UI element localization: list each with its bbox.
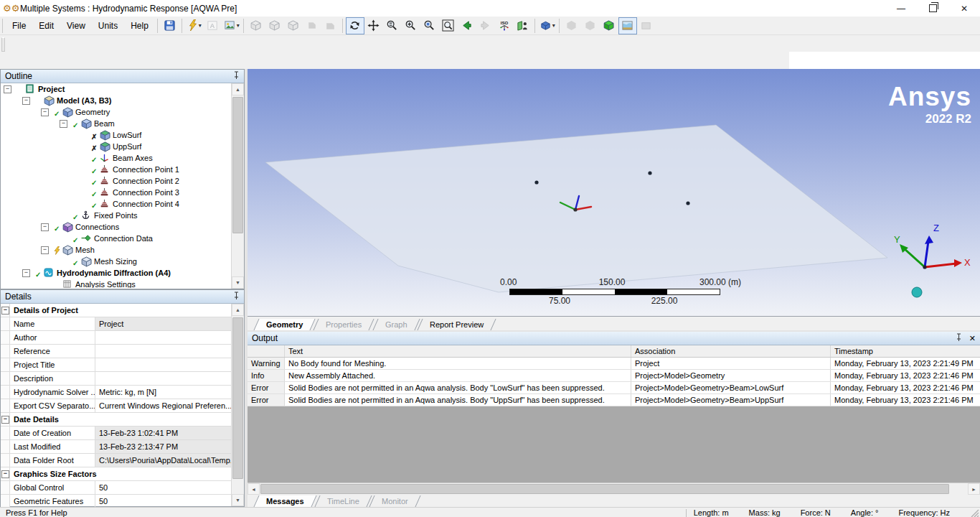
tree-item-beam-axes[interactable]: ✓Beam Axes [1, 152, 232, 164]
look-at-button[interactable] [514, 17, 532, 34]
tree-item-connections[interactable]: −✓Connections [1, 221, 232, 233]
resize-grip[interactable] [970, 508, 979, 517]
details-section-details-of-project[interactable]: −Details of Project [1, 304, 231, 317]
menu-view[interactable]: View [60, 18, 92, 34]
property-value[interactable]: 13-Feb-23 2:13:47 PM [95, 440, 231, 453]
tree-item-geometry[interactable]: −✓Geometry [1, 106, 232, 118]
zoom-fit-button[interactable] [420, 17, 439, 34]
menu-units[interactable]: Units [92, 18, 124, 34]
property-value[interactable] [95, 345, 231, 358]
tree-expand-box[interactable]: − [22, 97, 30, 105]
pin-icon[interactable] [233, 292, 240, 302]
property-value[interactable]: 50 [95, 495, 231, 508]
tree-item-lowsurf[interactable]: ✗LowSurf [1, 129, 232, 141]
image-capture-button[interactable]: ▾ [222, 17, 241, 34]
output-row[interactable]: ErrorSolid Bodies are not permitted in a… [248, 394, 980, 406]
property-value[interactable]: 13-Feb-23 1:02:41 PM [95, 427, 231, 439]
tree-item-hydrodynamic-diffraction-a4-[interactable]: −✓Hydrodynamic Diffraction (A4) [1, 267, 232, 279]
zoom-in-button[interactable] [402, 17, 420, 34]
save-button[interactable] [161, 17, 179, 34]
scroll-thumb[interactable] [232, 97, 243, 233]
viewports-button[interactable]: ▾ [538, 17, 557, 34]
property-value[interactable] [95, 358, 231, 371]
property-value[interactable] [95, 331, 231, 344]
tree-item-connection-data[interactable]: ✓Connection Data [1, 233, 232, 244]
pin-icon[interactable] [233, 71, 240, 81]
status-units: Length: mMass: kgForce: NAngle: °Frequen… [686, 508, 970, 517]
rotate-button[interactable] [346, 17, 364, 34]
property-value[interactable]: 50 [95, 481, 231, 494]
output-column-header[interactable]: Text [285, 345, 631, 357]
previous-view-button[interactable] [458, 17, 476, 34]
tree-item-project[interactable]: −Project [1, 83, 232, 95]
output-column-header[interactable] [248, 345, 285, 357]
menu-edit[interactable]: Edit [32, 18, 60, 34]
property-label: Project Title [10, 358, 95, 371]
tree-item-connection-point-4[interactable]: ✓Connection Point 4 [1, 198, 232, 210]
tree-expand-box[interactable]: − [60, 120, 67, 128]
details-section-date-details[interactable]: −Date Details [1, 413, 231, 427]
geometry-viewport[interactable]: Z Y X Ansys 2022 R2 0.00 150.00 300.00 (… [248, 69, 980, 316]
scroll-down-icon[interactable]: ▼ [232, 276, 244, 289]
dropdown-caret-icon[interactable]: ▾ [552, 22, 555, 29]
tree-item-model-a3-b3-[interactable]: −Model (A3, B3) [1, 95, 232, 106]
details-section-graphics-size-factors[interactable]: −Graphics Size Factors [1, 467, 231, 481]
dropdown-caret-icon[interactable]: ▾ [237, 22, 240, 29]
output-column-header[interactable]: Association [631, 345, 831, 357]
pin-icon[interactable] [956, 333, 962, 343]
scroll-left-icon[interactable]: ◄ [248, 483, 260, 495]
iso-view-button[interactable]: ISO [495, 17, 514, 34]
property-value[interactable]: Current Windows Regional Preferen... [95, 399, 231, 412]
scroll-thumb[interactable] [232, 317, 243, 479]
tree-item-mesh[interactable]: −Mesh [1, 244, 232, 256]
tree-item-mesh-sizing[interactable]: ✓Mesh Sizing [1, 256, 232, 267]
details-scrollbar[interactable]: ▲ ▼ [231, 304, 244, 506]
close-button[interactable]: ✕ [948, 1, 980, 17]
tree-item-uppsurf[interactable]: ✗UppSurf [1, 141, 232, 152]
output-hscrollbar[interactable]: ◄ ► [248, 483, 980, 495]
scroll-up-icon[interactable]: ▲ [232, 304, 244, 316]
generate-lightning-button[interactable]: ▾ [185, 17, 204, 34]
show-whole-elements-button[interactable] [600, 17, 618, 34]
tree-item-beam[interactable]: −✓Beam [1, 118, 232, 129]
section-collapse-box[interactable]: − [1, 307, 9, 315]
tree-expand-box[interactable]: − [41, 223, 49, 231]
scroll-right-icon[interactable]: ► [968, 483, 980, 495]
tab-messages[interactable]: Messages [253, 495, 316, 507]
tree-item-connection-point-1[interactable]: ✓Connection Point 1 [1, 164, 232, 175]
box-zoom-button[interactable] [439, 17, 458, 34]
output-row[interactable]: InfoNew Assembly Attached.Project>Model>… [248, 370, 980, 382]
tab-report-preview[interactable]: Report Preview [418, 319, 496, 330]
tree-item-fixed-points[interactable]: ✓Fixed Points [1, 210, 232, 221]
show-seabed-button[interactable] [618, 17, 637, 34]
restore-button[interactable] [917, 1, 948, 17]
scroll-down-icon[interactable]: ▼ [232, 494, 244, 506]
scroll-thumb[interactable] [260, 484, 949, 494]
section-collapse-box[interactable]: − [1, 470, 9, 478]
tree-item-connection-point-2[interactable]: ✓Connection Point 2 [1, 175, 232, 187]
zoom-button[interactable] [383, 17, 402, 34]
property-value[interactable]: Project [95, 317, 231, 330]
tree-item-analysis-settings[interactable]: Analysis Settings [1, 279, 232, 288]
output-column-header[interactable]: Timestamp [831, 345, 980, 357]
close-icon[interactable]: ✕ [969, 334, 976, 343]
property-value[interactable] [95, 372, 231, 385]
tree-expand-box[interactable]: − [22, 269, 30, 277]
tree-expand-box[interactable]: − [41, 246, 49, 254]
output-row[interactable]: WarningNo Body found for Meshing.Project… [248, 358, 980, 370]
outline-scrollbar[interactable]: ▲ ▼ [231, 83, 244, 289]
scroll-up-icon[interactable]: ▲ [232, 83, 244, 96]
menu-help[interactable]: Help [124, 18, 155, 34]
minimize-button[interactable]: — [885, 1, 917, 17]
section-collapse-box[interactable]: − [1, 416, 9, 424]
pan-button[interactable] [364, 17, 383, 34]
tree-expand-box[interactable]: − [4, 85, 11, 93]
dropdown-caret-icon[interactable]: ▾ [199, 22, 202, 29]
tree-item-connection-point-3[interactable]: ✓Connection Point 3 [1, 187, 232, 198]
tab-geometry[interactable]: Geometry [253, 319, 315, 330]
output-row[interactable]: ErrorSolid Bodies are not permitted in a… [248, 382, 980, 394]
property-value[interactable]: C:\Users\Pouria\AppData\Local\Temp... [95, 454, 231, 467]
menu-file[interactable]: File [6, 18, 32, 34]
tree-expand-box[interactable]: − [41, 108, 49, 116]
property-value[interactable]: Metric: kg, m [N] [95, 386, 231, 399]
